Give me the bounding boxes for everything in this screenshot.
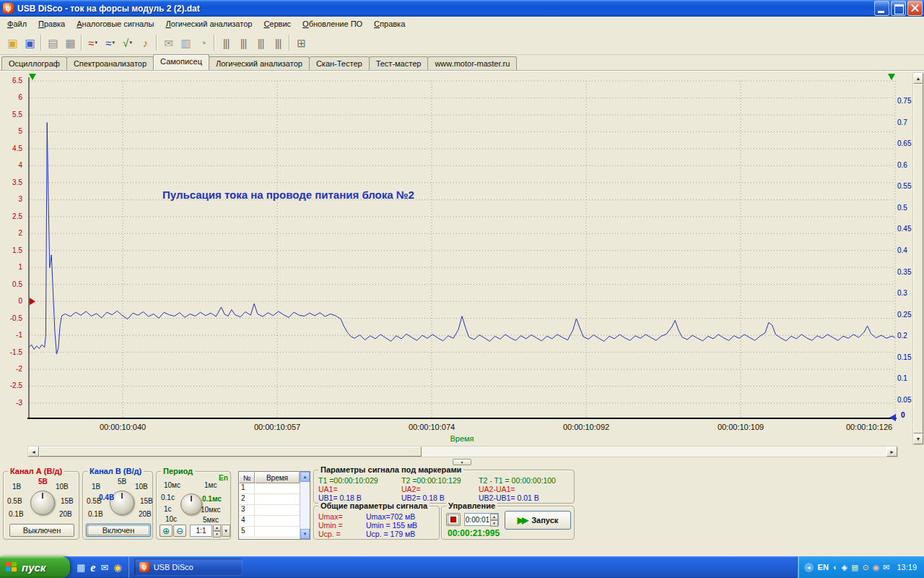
maximize-button[interactable] — [891, 1, 906, 16]
spin-up-icon[interactable]: ▲ — [490, 514, 498, 520]
channel-b-signal-button[interactable]: ≈▼ — [102, 34, 119, 51]
close-button[interactable] — [907, 1, 923, 16]
table-scroll-track[interactable] — [300, 482, 310, 529]
logic-group-1-icon: ||| — [223, 38, 230, 48]
logic-group-4-button[interactable]: ||| — [269, 34, 287, 51]
tab-7[interactable]: www.motor-master.ru — [427, 56, 517, 70]
menu-item-5[interactable]: Сервис — [258, 18, 297, 30]
device-button[interactable]: ⊞ — [292, 34, 310, 51]
record-icon — [450, 517, 456, 522]
table-row[interactable]: 4 — [239, 516, 300, 527]
row-time-cell — [255, 527, 300, 537]
chart-horizontal-scrollbar[interactable]: ◄ ► — [27, 446, 898, 457]
logic-group-2-button[interactable]: ||| — [235, 34, 252, 51]
logic-group-1-button[interactable]: ||| — [217, 34, 235, 51]
spin-down-icon[interactable]: ▼ — [213, 531, 221, 538]
table-scroll-up-icon[interactable]: ▲ — [300, 472, 310, 482]
tab-6[interactable]: Тест-мастер — [369, 56, 429, 70]
tray-mail-icon[interactable]: ✉ — [883, 564, 889, 571]
menu-item-2[interactable]: Правка — [32, 18, 71, 30]
left-axis-tick: -1 — [16, 332, 25, 339]
tray-antivirus-icon[interactable]: ◉ — [873, 564, 880, 571]
start-button[interactable]: ▶▶ Запуск — [505, 511, 571, 530]
menu-item-4[interactable]: Логический анализатор — [160, 18, 258, 30]
marker-table-scrollbar[interactable]: ▲ ▼ — [300, 472, 310, 539]
scroll-up-icon[interactable]: ▲ — [913, 73, 923, 84]
report-button[interactable]: ▥ — [177, 34, 194, 51]
horizontal-scroll-thumb[interactable] — [39, 447, 422, 457]
probe-button[interactable]: ♪ — [136, 34, 154, 51]
left-axis-tick: 6.5 — [12, 77, 25, 85]
row-number-cell: 2 — [239, 494, 255, 504]
period-scale-01s: 0.1с — [161, 493, 175, 501]
logic-group-3-button[interactable]: ||| — [252, 34, 269, 51]
record-button[interactable] — [446, 513, 461, 526]
tab-2[interactable]: Спектроанализатор — [66, 56, 154, 70]
minimize-button[interactable] — [874, 1, 889, 16]
open-file-button[interactable]: ▣ — [4, 34, 21, 51]
menu-item-3[interactable]: Аналоговые сигналы — [71, 18, 160, 30]
tray-display-icon[interactable]: ◐ — [833, 564, 838, 571]
quick-ie-icon[interactable]: e — [90, 563, 95, 572]
left-axis-tick: -0.5 — [10, 315, 25, 322]
tab-3[interactable]: Самописец — [153, 54, 209, 70]
period-knob[interactable] — [180, 493, 202, 515]
spin-down-icon[interactable]: ▼ — [490, 520, 498, 527]
start-menu-button[interactable]: пуск — [0, 556, 70, 578]
quick-outlook-icon[interactable]: ✉ — [100, 563, 108, 572]
umin-b-value: Umin = 155 мВ — [366, 521, 417, 530]
menu-item-6[interactable]: Обновление ПО — [297, 18, 368, 30]
scroll-down-icon[interactable]: ▼ — [913, 434, 923, 444]
language-indicator[interactable]: EN — [818, 563, 829, 571]
row-number-cell: 4 — [239, 516, 255, 526]
channel-b-zero-marker-icon — [889, 414, 896, 421]
tab-1[interactable]: Осциллограф — [1, 56, 67, 70]
tab-5[interactable]: Скан-Тестер — [309, 56, 370, 70]
left-axis-tick: 1.5 — [12, 247, 25, 254]
ua1-value: UA1= — [318, 485, 338, 493]
math-function-button[interactable]: √▼ — [119, 34, 136, 51]
table-row[interactable]: 3 — [239, 505, 300, 516]
tray-volume-icon[interactable]: ◈ — [842, 564, 847, 571]
left-axis-tick: -1.5 — [10, 349, 25, 356]
scroll-left-icon[interactable]: ◄ — [28, 447, 39, 457]
tray-usb-icon[interactable]: ⊙ — [862, 564, 868, 571]
menu-item-1[interactable]: Файл — [1, 18, 32, 30]
snapshot-button[interactable]: ✉ — [160, 34, 177, 51]
table-row[interactable]: 2 — [239, 494, 300, 505]
channel-b-toggle-button[interactable]: Включен — [86, 524, 151, 537]
vertical-scroll-thumb[interactable] — [913, 84, 923, 434]
taskbar-item-usb-disco[interactable]: ψ USB DiSco — [134, 558, 243, 576]
collapse-panel-button[interactable]: ▼ — [453, 459, 471, 465]
print-preview-button[interactable]: ▤ — [44, 34, 61, 51]
horizontal-scroll-track[interactable] — [422, 447, 886, 457]
save-file-button[interactable]: ▣ — [21, 34, 38, 51]
print-button[interactable]: ▦ — [61, 34, 79, 51]
scale-dropdown-button[interactable]: ▼ — [222, 525, 230, 537]
duration-spinner[interactable]: 0:00:01 ▲ ▼ — [464, 513, 499, 526]
table-scroll-down-icon[interactable]: ▼ — [300, 529, 310, 539]
marker-t2-icon — [888, 74, 895, 80]
table-row[interactable]: 5 — [239, 527, 300, 538]
channel-a-toggle-button[interactable]: Выключен — [9, 524, 74, 537]
spin-up-icon[interactable]: ▲ — [213, 525, 221, 531]
graph-button[interactable]: ◔ — [194, 34, 212, 51]
quick-show-desktop-icon[interactable]: ▦ — [77, 563, 85, 572]
channel-a-signal-button[interactable]: ≈▼ — [84, 34, 102, 51]
chart-vertical-scrollbar[interactable]: ▲ ▼ — [912, 72, 924, 445]
tray-network-icon[interactable]: ▦ — [851, 564, 858, 571]
tray-collapse-icon[interactable]: ◄ — [804, 563, 814, 572]
zoom-out-button[interactable]: ⊖ — [173, 525, 186, 537]
table-row[interactable]: 1 — [239, 483, 300, 494]
menu-item-7[interactable]: Справка — [368, 18, 411, 30]
zoom-scale-value[interactable]: 1:1 — [190, 525, 212, 537]
logic-group-2-icon: ||| — [240, 38, 247, 48]
quick-media-player-icon[interactable]: ◉ — [113, 563, 121, 572]
channel-a-knob[interactable] — [30, 491, 55, 515]
dropdown-caret-icon: ▼ — [94, 40, 98, 45]
tab-4[interactable]: Логический анализатор — [209, 56, 310, 70]
zoom-in-button[interactable]: ⊕ — [160, 525, 173, 537]
left-axis-tick: 2 — [18, 230, 25, 237]
left-axis-tick: 5.5 — [12, 111, 25, 118]
scroll-right-icon[interactable]: ► — [886, 447, 897, 457]
